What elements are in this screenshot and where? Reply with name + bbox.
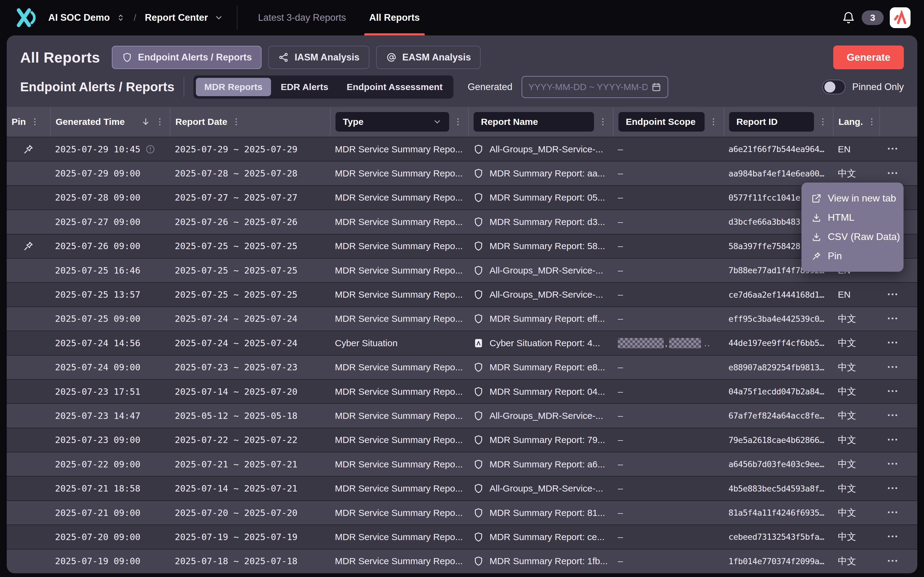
- pin-cell[interactable]: [7, 453, 50, 476]
- context-menu-item-0[interactable]: View in new tab: [801, 189, 903, 208]
- row-actions-button[interactable]: [884, 554, 901, 568]
- report-name-cell[interactable]: MDR Summary Report: ce...: [468, 525, 613, 549]
- nav-tab-0[interactable]: Latest 3-day Reports: [253, 0, 351, 35]
- table-row[interactable]: 2025-07-23 17:51 2025-07-14 ~ 2025-07-20…: [7, 379, 917, 403]
- table-row[interactable]: 2025-07-19 09:00 2025-07-18 ~ 2025-07-18…: [7, 549, 917, 573]
- pin-cell[interactable]: [7, 525, 50, 549]
- report-name-cell[interactable]: MDR Summary Report: 79...: [468, 428, 613, 452]
- column-filter-box[interactable]: Endpoint Scope: [619, 112, 704, 132]
- pinned-only-switch[interactable]: [822, 80, 845, 94]
- info-icon[interactable]: [145, 144, 155, 155]
- report-center-menu[interactable]: Report Center: [145, 12, 208, 23]
- report-name-cell[interactable]: MDR Summary Report: 05...: [468, 186, 613, 210]
- report-type-tab-2[interactable]: Endpoint Assessment: [338, 78, 451, 96]
- report-name-cell[interactable]: All-Groups_MDR-Service-...: [468, 137, 613, 161]
- notification-count-badge[interactable]: 3: [862, 10, 884, 25]
- table-row[interactable]: 2025-07-26 09:00 2025-07-25 ~ 2025-07-25…: [7, 234, 917, 258]
- category-button-2[interactable]: EASM Analysis: [376, 46, 481, 69]
- pin-cell[interactable]: [7, 404, 50, 427]
- column-filter-box[interactable]: Report ID: [729, 112, 814, 132]
- table-row[interactable]: 2025-07-25 13:57 2025-07-25 ~ 2025-07-25…: [7, 282, 917, 306]
- org-selector[interactable]: AI SOC Demo: [48, 12, 110, 23]
- notifications-bell-icon[interactable]: [842, 11, 856, 25]
- row-actions-button[interactable]: [884, 506, 901, 520]
- kebab-icon[interactable]: [155, 117, 165, 127]
- report-name-cell[interactable]: All-Groups_MDR-Service-...: [468, 477, 613, 500]
- row-actions-button[interactable]: [884, 288, 901, 301]
- kebab-icon[interactable]: [231, 117, 241, 127]
- pin-cell[interactable]: [7, 477, 50, 500]
- chevron-down-icon[interactable]: [214, 13, 223, 22]
- row-actions-button[interactable]: [884, 433, 901, 447]
- table-row[interactable]: 2025-07-29 10:45 2025-07-29 ~ 2025-07-29…: [7, 137, 917, 161]
- pin-cell[interactable]: [7, 186, 50, 210]
- arrow-down-icon[interactable]: [141, 117, 151, 127]
- generate-button[interactable]: Generate: [833, 45, 904, 69]
- row-actions-button[interactable]: [884, 361, 901, 374]
- context-menu-item-2[interactable]: CSV (Raw Data): [801, 227, 903, 247]
- report-name-cell[interactable]: Cyber Situation Report: 4...: [468, 331, 613, 355]
- pin-cell[interactable]: [7, 501, 50, 524]
- row-actions-button[interactable]: [884, 457, 901, 471]
- table-row[interactable]: 2025-07-28 09:00 2025-07-27 ~ 2025-07-27…: [7, 185, 917, 210]
- pinned-only-toggle[interactable]: Pinned Only: [822, 80, 904, 94]
- kebab-icon[interactable]: [30, 117, 40, 127]
- nav-tab-1[interactable]: All Reports: [364, 0, 425, 35]
- kebab-icon[interactable]: [867, 117, 877, 127]
- report-name-cell[interactable]: All-Groups_MDR-Service-...: [468, 283, 613, 306]
- kebab-icon[interactable]: [708, 117, 719, 127]
- kebab-icon[interactable]: [598, 117, 608, 127]
- report-name-cell[interactable]: All-Groups_MDR-Service-...: [468, 404, 613, 427]
- report-name-cell[interactable]: MDR Summary Report: 81...: [468, 501, 613, 524]
- table-row[interactable]: 2025-07-23 14:47 2025-05-12 ~ 2025-05-18…: [7, 403, 917, 427]
- category-button-0[interactable]: Endpoint Alerts / Reports: [112, 46, 262, 69]
- pin-cell[interactable]: [7, 283, 50, 306]
- table-row[interactable]: 2025-07-25 09:00 2025-07-24 ~ 2025-07-24…: [7, 306, 917, 330]
- row-actions-button[interactable]: [884, 385, 901, 398]
- pin-cell[interactable]: [7, 210, 50, 234]
- row-actions-button[interactable]: [884, 142, 901, 156]
- report-type-tab-0[interactable]: MDR Reports: [196, 78, 271, 96]
- row-actions-button[interactable]: [884, 167, 901, 181]
- table-row[interactable]: 2025-07-21 09:00 2025-07-20 ~ 2025-07-20…: [7, 500, 917, 524]
- pin-cell[interactable]: [7, 137, 50, 161]
- pin-cell[interactable]: [7, 356, 50, 379]
- kebab-icon[interactable]: [453, 117, 463, 127]
- brand-app-tile[interactable]: [890, 7, 911, 28]
- pin-cell[interactable]: [7, 307, 50, 330]
- row-actions-button[interactable]: [884, 482, 901, 495]
- pin-cell[interactable]: [7, 428, 50, 452]
- row-actions-button[interactable]: [884, 409, 901, 422]
- table-row[interactable]: 2025-07-24 09:00 2025-07-23 ~ 2025-07-23…: [7, 355, 917, 379]
- category-button-1[interactable]: IASM Analysis: [268, 46, 369, 69]
- kebab-icon[interactable]: [818, 117, 828, 127]
- pin-cell[interactable]: [7, 161, 50, 185]
- table-row[interactable]: 2025-07-21 18:58 2025-07-14 ~ 2025-07-21…: [7, 476, 917, 500]
- generated-date-range-input[interactable]: [528, 82, 648, 92]
- pin-cell[interactable]: [7, 259, 50, 282]
- type-filter-select[interactable]: Type: [336, 112, 449, 132]
- report-name-cell[interactable]: MDR Summary Report: 1fb...: [468, 550, 613, 573]
- column-filter-box[interactable]: Report Name: [473, 112, 594, 132]
- table-row[interactable]: 2025-07-29 09:00 2025-07-28 ~ 2025-07-28…: [7, 161, 917, 185]
- report-name-cell[interactable]: MDR Summary Report: 58...: [468, 234, 613, 258]
- context-menu-item-1[interactable]: HTML: [801, 208, 903, 227]
- report-name-cell[interactable]: MDR Summary Report: a6...: [468, 453, 613, 476]
- row-actions-button[interactable]: [884, 312, 901, 326]
- table-row[interactable]: 2025-07-24 14:56 2025-07-24 ~ 2025-07-24…: [7, 330, 917, 355]
- report-name-cell[interactable]: MDR Summary Report: aa...: [468, 161, 613, 185]
- context-menu-item-3[interactable]: Pin: [801, 247, 903, 266]
- table-row[interactable]: 2025-07-23 09:00 2025-07-22 ~ 2025-07-22…: [7, 428, 917, 452]
- report-name-cell[interactable]: MDR Summary Report: e8...: [468, 356, 613, 379]
- table-row[interactable]: 2025-07-25 16:46 2025-07-25 ~ 2025-07-25…: [7, 258, 917, 282]
- pin-cell[interactable]: [7, 331, 50, 355]
- report-type-tab-1[interactable]: EDR Alerts: [272, 78, 337, 96]
- pin-cell[interactable]: [7, 550, 50, 573]
- row-actions-button[interactable]: [884, 530, 901, 544]
- chevrons-up-down-icon[interactable]: [116, 13, 125, 22]
- report-name-cell[interactable]: MDR Summary Report: 04...: [468, 380, 613, 403]
- report-name-cell[interactable]: MDR Summary Report: d3...: [468, 210, 613, 234]
- row-actions-button[interactable]: [884, 336, 901, 350]
- pin-cell[interactable]: [7, 234, 50, 258]
- calendar-icon[interactable]: [651, 82, 662, 92]
